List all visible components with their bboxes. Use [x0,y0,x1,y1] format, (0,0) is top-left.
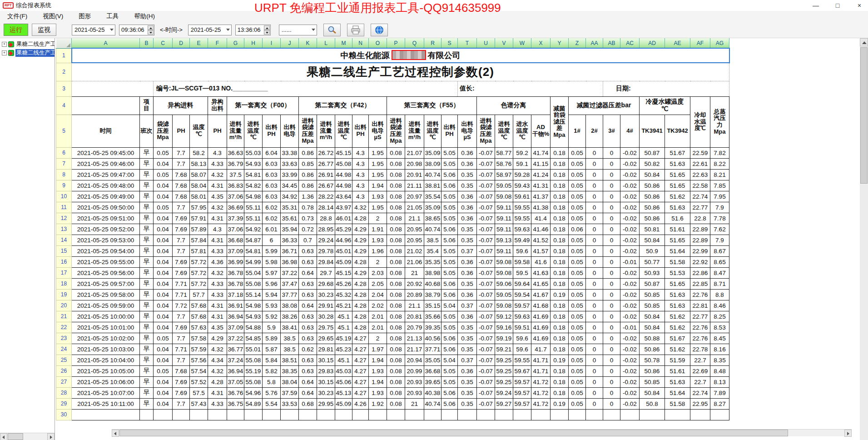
data-cell[interactable]: 0.36 [458,147,477,158]
data-cell[interactable]: 37.59 [281,387,299,398]
column-header-P[interactable]: P [387,38,405,48]
data-cell[interactable]: 0.35 [458,322,477,333]
time-cell[interactable]: 2021-05-25 09:56:00 [72,267,140,278]
row-header-1[interactable]: 1 [56,48,72,63]
menu-item-2[interactable]: 图形 [79,12,91,20]
data-cell[interactable]: 7.71 [173,344,190,355]
data-cell[interactable]: 41.7 [531,344,551,355]
data-cell[interactable]: 35.66 [424,311,441,322]
data-cell[interactable]: 8.48 [710,365,729,376]
data-cell[interactable]: 0.05 [569,376,586,387]
row-header-5[interactable]: 5 [56,115,72,147]
start-time-spinner[interactable]: 09:36:06 [119,25,154,35]
data-cell[interactable]: 51.62 [665,344,690,355]
data-cell[interactable]: 5.05 [441,202,458,213]
data-cell[interactable]: 0 [586,387,603,398]
data-cell[interactable]: 51.61 [665,224,690,235]
data-cell[interactable]: 59.6 [513,344,531,355]
data-cell[interactable]: 55.08 [244,278,263,289]
header-col-14[interactable]: 出料 电导 µS [369,115,387,147]
data-cell[interactable]: -0.02 [620,235,640,245]
data-cell[interactable]: -0.07 [477,344,495,355]
data-cell[interactable]: 44.98 [335,180,352,191]
data-cell[interactable]: 0.63 [299,355,317,365]
data-cell[interactable]: 0.63 [299,256,317,267]
data-cell[interactable]: 1.93 [369,387,387,398]
data-cell[interactable]: 4.28 [208,376,227,387]
data-cell[interactable]: 57.91 [190,213,208,224]
data-cell[interactable]: 5.06 [441,387,458,398]
data-cell[interactable]: 0.7 [299,235,317,245]
data-cell[interactable]: 29.81 [317,344,335,355]
data-cell[interactable]: 0.08 [387,235,405,245]
data-cell[interactable]: 44.96 [335,235,352,245]
data-cell[interactable]: 29.78 [317,245,335,256]
data-cell[interactable]: 45.32 [335,289,352,300]
data-cell[interactable]: 5.06 [441,398,458,409]
data-cell[interactable]: 早 [140,289,154,300]
data-cell[interactable]: 早 [140,224,154,235]
column-header-U[interactable]: U [477,38,495,48]
data-cell[interactable]: 0 [603,322,620,333]
time-cell[interactable]: 2021-05-25 10:00:00 [72,311,140,322]
header-col-19[interactable]: 出料 电导 µS [458,115,477,147]
data-cell[interactable]: 5.8 [263,376,281,387]
data-cell[interactable]: 38.79 [424,289,441,300]
end-time-spinner[interactable]: 13:36:06 [235,25,271,35]
data-cell[interactable]: 0 [603,147,620,158]
data-cell[interactable]: 41.69 [531,311,551,322]
data-cell[interactable]: 37.5 [227,169,244,180]
data-cell[interactable]: 7.62 [710,224,729,235]
data-cell[interactable]: 1.95 [369,158,387,169]
data-cell[interactable]: 41.37 [531,191,551,202]
data-cell[interactable]: 0.05 [569,158,586,169]
data-cell[interactable]: 57.43 [190,398,208,409]
data-cell[interactable]: 45.08 [335,158,352,169]
data-cell[interactable]: 59.06 [495,278,513,289]
data-cell[interactable]: 0.05 [569,256,586,267]
data-cell[interactable]: 5.06 [441,333,458,344]
data-cell[interactable]: 54.81 [244,245,263,256]
sidebar-horizontal-scrollbar[interactable] [0,433,55,440]
data-cell[interactable]: 39.35 [424,322,441,333]
data-cell[interactable]: 0.05 [569,180,586,191]
row-header-30[interactable]: 30 [56,409,72,420]
data-cell[interactable]: 58.2 [190,147,208,158]
row-header-11[interactable]: 11 [56,202,72,213]
header-col-20[interactable]: 进料 袋滤 压差 Mpa [477,115,495,147]
data-cell[interactable]: 51.58 [665,398,690,409]
column-header-S[interactable]: S [441,38,458,48]
data-cell[interactable]: 0.08 [387,300,405,311]
header-col-0[interactable]: 时间 [72,115,140,147]
data-cell[interactable]: 7.68 [173,365,190,376]
scrollbar-thumb[interactable] [8,433,23,440]
data-cell[interactable]: 5.06 [441,224,458,235]
data-cell[interactable]: 41.52 [531,235,551,245]
data-cell[interactable]: 20.99 [405,365,424,376]
data-cell[interactable]: 59.08 [495,300,513,311]
data-cell[interactable]: 5.54 [263,398,281,409]
data-cell[interactable]: 0.36 [458,267,477,278]
data-cell[interactable]: 59.49 [513,235,531,245]
data-cell[interactable]: 8.25 [710,311,729,322]
scroll-right-icon[interactable] [844,430,852,437]
data-cell[interactable]: 22.7 [690,376,710,387]
data-cell[interactable]: -0.02 [620,333,640,344]
data-cell[interactable]: 36.33 [281,235,299,245]
data-cell[interactable]: 4.28 [352,289,369,300]
data-cell[interactable]: 5.05 [441,213,458,224]
data-cell[interactable]: 0.08 [387,311,405,322]
data-cell[interactable]: 0.18 [551,158,569,169]
data-cell[interactable]: 51.64 [665,245,690,256]
data-cell[interactable]: 50.84 [640,322,665,333]
data-cell[interactable]: 8.27 [710,398,729,409]
data-cell[interactable]: 0.05 [569,300,586,311]
time-cell[interactable]: 2021-05-25 09:49:00 [72,191,140,202]
data-cell[interactable]: 7.9 [710,202,729,213]
data-cell[interactable]: 35.54 [424,191,441,202]
data-cell[interactable]: 54.87 [244,235,263,245]
data-cell[interactable]: 55.08 [244,355,263,365]
data-cell[interactable]: 0.36 [458,289,477,300]
data-cell[interactable]: 59.43 [513,180,531,191]
data-cell[interactable]: 0.18 [551,267,569,278]
